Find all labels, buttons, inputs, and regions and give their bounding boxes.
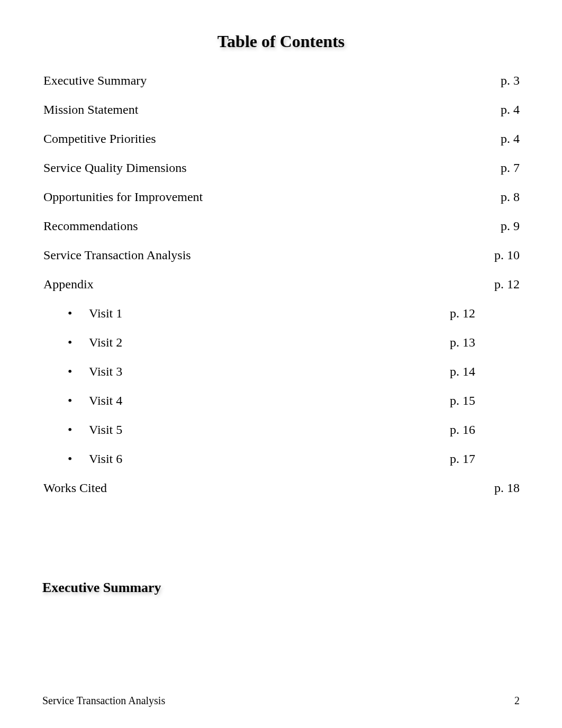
page-footer: Service Transaction Analysis 2	[42, 695, 520, 707]
toc-sublabel: •Visit 6	[68, 452, 122, 466]
toc-entry: Recommendations p. 9	[43, 219, 520, 233]
toc-sublabel-text: Visit 6	[89, 452, 122, 466]
toc-page: p. 12	[494, 277, 520, 292]
bullet-icon: •	[68, 423, 89, 437]
toc-subpage: p. 15	[450, 394, 475, 408]
table-of-contents: Executive Summary p. 3 Mission Statement…	[42, 74, 520, 495]
toc-entry: Executive Summary p. 3	[43, 74, 520, 88]
toc-page: p. 4	[501, 132, 520, 146]
toc-sublabel-text: Visit 4	[89, 394, 122, 407]
toc-subentry: •Visit 4 p. 15	[43, 394, 520, 408]
toc-subentry: •Visit 5 p. 16	[43, 423, 520, 437]
toc-label: Opportunities for Improvement	[43, 190, 203, 204]
bullet-icon: •	[68, 394, 89, 408]
toc-label: Competitive Priorities	[43, 132, 156, 146]
toc-entry: Opportunities for Improvement p. 8	[43, 190, 520, 204]
toc-label: Service Quality Dimensions	[43, 161, 187, 175]
toc-subentry: •Visit 1 p. 12	[43, 306, 520, 321]
bullet-icon: •	[68, 452, 89, 466]
section-heading: Executive Summary	[42, 580, 520, 596]
toc-sublabel-text: Visit 1	[89, 306, 122, 320]
toc-page: p. 18	[494, 481, 520, 495]
toc-subentry: •Visit 2 p. 13	[43, 335, 520, 350]
toc-entry: Competitive Priorities p. 4	[43, 132, 520, 146]
toc-page: p. 4	[501, 103, 520, 117]
toc-subpage: p. 14	[450, 365, 475, 379]
toc-sublabel-text: Visit 2	[89, 335, 122, 349]
toc-label: Mission Statement	[43, 103, 138, 117]
page-title: Table of Contents	[42, 32, 520, 51]
toc-subpage: p. 17	[450, 452, 475, 466]
toc-subentry: •Visit 6 p. 17	[43, 452, 520, 466]
toc-sublabel: •Visit 5	[68, 423, 122, 437]
toc-sublabel: •Visit 3	[68, 365, 122, 379]
bullet-icon: •	[68, 306, 89, 321]
toc-label: Service Transaction Analysis	[43, 248, 191, 262]
toc-subpage: p. 13	[450, 335, 475, 350]
bullet-icon: •	[68, 365, 89, 379]
toc-sublabel: •Visit 2	[68, 335, 122, 350]
toc-entry: Service Transaction Analysis p. 10	[43, 248, 520, 262]
toc-sublabel-text: Visit 5	[89, 423, 122, 436]
toc-sublabel-text: Visit 3	[89, 365, 122, 378]
bullet-icon: •	[68, 335, 89, 350]
toc-entry: Mission Statement p. 4	[43, 103, 520, 117]
toc-subpage: p. 16	[450, 423, 475, 437]
toc-page: p. 10	[494, 248, 520, 262]
toc-entry: Appendix p. 12	[43, 277, 520, 292]
toc-sublabel: •Visit 1	[68, 306, 122, 321]
footer-page-number: 2	[514, 695, 520, 707]
footer-left: Service Transaction Analysis	[42, 695, 165, 707]
toc-entry: Works Cited p. 18	[43, 481, 520, 495]
toc-page: p. 9	[501, 219, 520, 233]
toc-label: Works Cited	[43, 481, 107, 495]
toc-subpage: p. 12	[450, 306, 475, 321]
toc-page: p. 7	[501, 161, 520, 175]
toc-sublabel: •Visit 4	[68, 394, 122, 408]
toc-subentry: •Visit 3 p. 14	[43, 365, 520, 379]
toc-label: Recommendations	[43, 219, 138, 233]
toc-entry: Service Quality Dimensions p. 7	[43, 161, 520, 175]
toc-page: p. 3	[501, 74, 520, 88]
toc-label: Appendix	[43, 277, 94, 292]
toc-label: Executive Summary	[43, 74, 147, 88]
toc-page: p. 8	[501, 190, 520, 204]
